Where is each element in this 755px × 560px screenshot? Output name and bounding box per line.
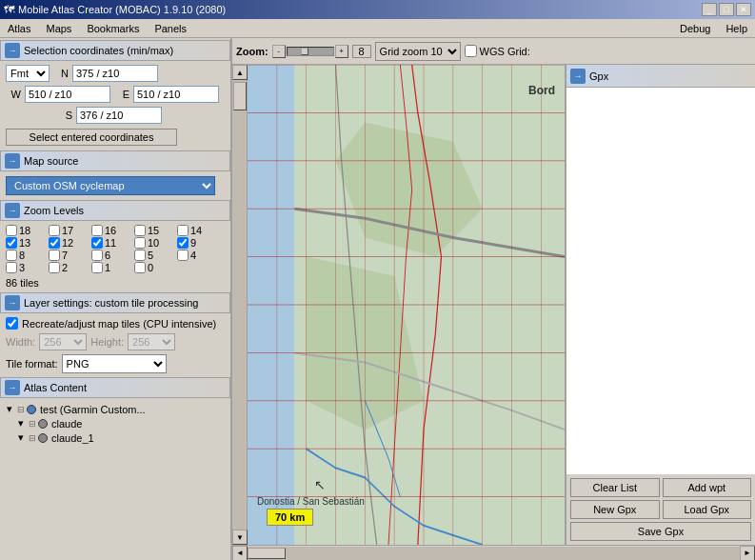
menu-bookmarks[interactable]: Bookmarks — [79, 19, 147, 38]
map-city-label-sansebastian: Donostia / San Sebastián — [257, 496, 365, 507]
atlas-content-title: Atlas Content — [24, 382, 87, 393]
menu-panels[interactable]: Panels — [147, 19, 194, 38]
atlas-tree: ▾ ⊟ test (Garmin Custom... ▾ ⊟ claude ▾ … — [0, 400, 230, 560]
gpx-content — [566, 88, 755, 474]
tree-item-claude[interactable]: ▾ ⊟ claude — [15, 416, 227, 430]
zoom-12-check[interactable] — [49, 237, 60, 249]
tree-item-test[interactable]: ▾ ⊟ test (Garmin Custom... — [4, 402, 227, 416]
zoom-11-check[interactable] — [91, 237, 103, 249]
wgs-grid-check[interactable] — [465, 45, 477, 57]
zoom-4-check[interactable] — [177, 250, 189, 261]
menu-help[interactable]: Help — [718, 19, 755, 38]
zoom-7-check[interactable] — [49, 250, 60, 261]
zoom-13-check[interactable] — [6, 237, 17, 249]
zoom-0-check[interactable] — [134, 262, 146, 273]
maximize-button[interactable]: □ — [719, 3, 734, 16]
recreate-check[interactable] — [6, 317, 18, 330]
zoom-10-check[interactable] — [134, 237, 146, 249]
zoom-5-check[interactable] — [134, 250, 146, 261]
map-scrollbar-h: ◄ ► — [232, 545, 755, 560]
map-area[interactable]: Bord Donostia / San Sebastián 70 km ↖ — [248, 65, 565, 545]
right-panel: Zoom: - + 8 Grid zoom 10 WGS Grid: ▲ — [232, 38, 755, 560]
grid-zoom-select[interactable]: Grid zoom 10 — [375, 42, 461, 61]
we-row: W E — [0, 84, 230, 105]
map-source-icon: → — [5, 153, 20, 169]
layer-settings-title: Layer settings: custom tile processing — [24, 297, 198, 309]
south-input[interactable] — [76, 107, 162, 124]
zoom-6: 6 — [91, 250, 133, 261]
map-city-label-bord: Bord — [528, 84, 555, 97]
expand-claude1[interactable]: ▾ — [15, 431, 27, 444]
size-row: Width: 256 Height: 256 — [0, 331, 230, 352]
zoom-16-check[interactable] — [91, 225, 103, 236]
zoom-slider[interactable] — [287, 47, 334, 56]
save-gpx-button[interactable]: Save Gpx — [570, 522, 751, 541]
scroll-up-button[interactable]: ▲ — [232, 65, 248, 80]
zoom-14-check[interactable] — [177, 225, 189, 236]
expand-claude[interactable]: ▾ — [15, 417, 27, 430]
zoom-1: 1 — [91, 262, 133, 273]
zoom-15-check[interactable] — [134, 225, 146, 236]
menu-debug[interactable]: Debug — [672, 19, 718, 38]
west-input[interactable] — [25, 86, 110, 103]
close-button[interactable]: ✕ — [736, 3, 751, 16]
map-source-select[interactable]: Custom OSM cyclemap — [6, 176, 215, 195]
minimize-button[interactable]: _ — [702, 3, 717, 16]
east-input[interactable] — [133, 86, 219, 103]
format-label: Tile format: — [6, 358, 58, 370]
zoom-18-check[interactable] — [6, 225, 17, 236]
menu-atlas[interactable]: Atlas — [0, 19, 38, 38]
scroll-track-h[interactable] — [248, 547, 740, 560]
gpx-title: Gpx — [589, 70, 608, 82]
zoom-label: Zoom: — [236, 46, 268, 57]
format-select[interactable]: PNG — [62, 354, 167, 373]
atlas-name: test (Garmin Custom... — [40, 404, 146, 415]
height-select[interactable]: 256 — [128, 333, 175, 350]
app-title: Mobile Atlas Creator (MOBAC) 1.9.10 (208… — [18, 4, 226, 15]
zoom-17-check[interactable] — [49, 225, 60, 236]
scroll-right-button[interactable]: ► — [740, 546, 755, 561]
zoom-controls: - + — [272, 45, 348, 58]
zoom-13: 13 — [6, 237, 48, 249]
layer-name-claude: claude — [51, 418, 82, 430]
zoom-levels-icon: → — [5, 203, 20, 218]
load-gpx-button[interactable]: Load Gpx — [663, 500, 752, 519]
expand-test[interactable]: ▾ — [4, 403, 15, 415]
add-wpt-button[interactable]: Add wpt — [663, 478, 752, 497]
tree-indent: ▾ ⊟ claude ▾ ⊟ claude_1 — [15, 416, 227, 445]
zoom-6-check[interactable] — [91, 250, 103, 261]
atlas-icon — [27, 405, 36, 414]
new-gpx-button[interactable]: New Gpx — [570, 500, 660, 519]
atlas-content-header: → Atlas Content — [0, 377, 230, 398]
zoom-5: 5 — [134, 250, 176, 261]
zoom-1-check[interactable] — [91, 262, 103, 273]
zoom-9-check[interactable] — [177, 237, 189, 249]
select-coordinates-button[interactable]: Select entered coordinates — [6, 129, 177, 146]
tree-item-claude1[interactable]: ▾ ⊟ claude_1 — [15, 430, 227, 445]
zoom-4: 4 — [177, 250, 219, 261]
scroll-thumb-h[interactable] — [248, 548, 286, 559]
north-input[interactable] — [72, 65, 158, 82]
zoom-17: 17 — [49, 225, 90, 236]
zoom-thumb — [301, 48, 308, 55]
zoom-16: 16 — [91, 225, 133, 236]
scroll-track-v[interactable] — [232, 80, 247, 530]
zoom-plus-button[interactable]: + — [335, 45, 348, 58]
recreate-row: Recreate/adjust map tiles (CPU intensive… — [0, 315, 230, 331]
zoom-3-check[interactable] — [6, 262, 17, 273]
zoom-15: 15 — [134, 225, 176, 236]
scroll-left-button[interactable]: ◄ — [232, 546, 248, 561]
layer-settings-header: → Layer settings: custom tile processing — [0, 292, 230, 313]
scroll-down-button[interactable]: ▼ — [232, 530, 248, 545]
titlebar-controls[interactable]: _ □ ✕ — [702, 3, 751, 16]
width-select[interactable]: 256 — [39, 333, 87, 350]
menu-maps[interactable]: Maps — [38, 19, 79, 38]
zoom-2-check[interactable] — [49, 262, 60, 273]
zoom-minus-button[interactable]: - — [272, 45, 286, 58]
scroll-thumb-v[interactable] — [233, 82, 247, 110]
fmt-select[interactable]: Fmt — [6, 65, 50, 82]
clear-list-button[interactable]: Clear List — [570, 478, 660, 497]
zoom-9: 9 — [177, 237, 219, 249]
zoom-8-check[interactable] — [6, 250, 17, 261]
zoom-11: 11 — [91, 237, 133, 249]
